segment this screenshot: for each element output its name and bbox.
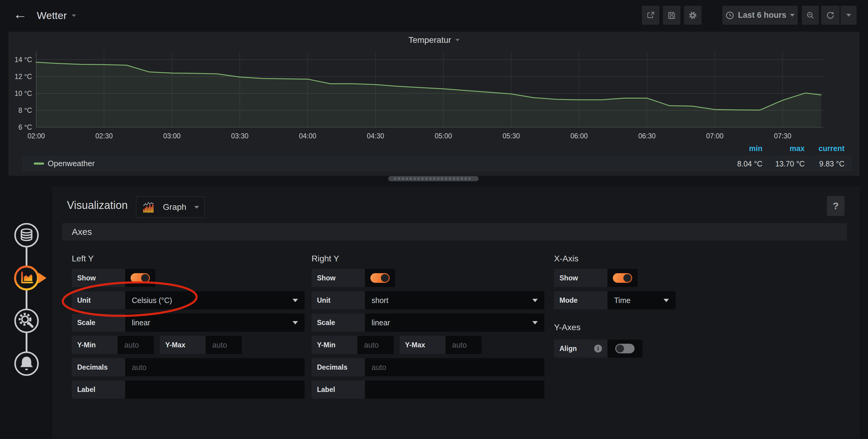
y-axis-tick: 8 °C [0,106,32,115]
placeholder-text: auto [132,363,147,372]
question-mark-icon: ? [833,200,839,212]
y-axes-align-row: Align i [554,340,642,357]
red-annotation-ellipse [60,279,200,319]
placeholder-text: auto [124,341,139,349]
tab-queries[interactable] [12,221,41,250]
x-axis-tick: 04:30 [367,132,384,140]
visualization-section-title: Visualization [67,199,128,212]
left-y-decimals-input[interactable]: auto [125,358,305,376]
visualization-type-picker[interactable]: Graph [136,196,205,218]
left-y-minmax-row: Y-Min auto Y-Max auto [72,336,242,354]
y-axis-tick: 6 °C [0,123,32,131]
x-axis-show-toggle[interactable] [608,269,638,287]
x-axis-tick: 04:00 [299,132,316,140]
chevron-down-icon [663,299,669,302]
right-y-unit-label: Unit [312,291,365,309]
right-y-unit-value: short [372,296,389,305]
right-y-label-row: Label [312,380,545,399]
left-y-ymin-label: Y-Min [72,336,118,354]
left-y-label-input[interactable] [125,380,305,399]
right-y-title: Right Y [312,254,339,263]
x-axis-tick: 03:00 [163,132,181,140]
right-y-scale-select[interactable]: linear [365,314,545,332]
tab-visualization-active[interactable] [12,263,41,292]
right-y-decimals-row: Decimals auto [312,358,545,376]
placeholder-text: auto [212,341,227,349]
spacer [394,336,400,354]
left-y-ymax-label: Y-Max [160,336,206,354]
info-icon[interactable]: i [594,345,602,352]
right-y-show-label: Show [312,269,365,287]
graph-type-icon [142,200,155,214]
x-axis-tick: 07:00 [706,132,723,140]
right-y-ymax-label: Y-Max [400,336,445,354]
legend-min-value: 8.04 °C [714,159,763,168]
placeholder-text: auto [372,363,386,372]
help-button[interactable]: ? [827,196,844,216]
left-y-label-row: Label [72,380,305,399]
chevron-down-icon [292,321,298,324]
x-axis-tick: 06:00 [570,132,588,140]
x-axis-tick: 05:30 [502,132,520,140]
right-y-decimals-label: Decimals [312,358,365,376]
x-axis-mode-select[interactable]: Time [608,291,676,309]
x-axis-tick: 03:30 [231,132,249,140]
left-y-ymax-input[interactable]: auto [206,336,242,354]
right-y-decimals-input[interactable]: auto [365,358,545,376]
pane-resize-handle[interactable] [388,176,478,181]
x-axis-mode-row: Mode Time [554,291,676,309]
right-y-unit-row: Unit short [312,291,545,309]
series-color-swatch[interactable] [34,162,44,165]
tab-connector-line [26,236,27,363]
right-y-minmax-row: Y-Min auto Y-Max auto [312,336,482,354]
placeholder-text: auto [452,341,467,349]
legend-min-header[interactable]: min [714,144,763,153]
x-axis-tick: 07:30 [774,132,792,140]
left-y-title: Left Y [72,254,94,263]
toggle-switch[interactable] [613,273,632,283]
right-y-scale-value: linear [372,318,390,327]
y-axes-align-toggle[interactable] [608,340,642,357]
right-y-show-toggle[interactable] [365,269,395,287]
chevron-down-icon [532,299,538,302]
right-y-ymax-input[interactable]: auto [445,336,482,354]
axes-section-header[interactable]: Axes [62,223,847,241]
x-axis-mode-value: Time [614,296,631,305]
left-y-decimals-label: Decimals [72,358,125,376]
right-y-scale-label: Scale [312,314,365,332]
y-axis-tick: 14 °C [0,56,32,64]
y-axes-align-label: Align [559,345,577,353]
placeholder-text: auto [364,341,379,349]
right-y-label-label: Label [312,380,365,399]
y-axis-tick: 12 °C [0,73,32,81]
x-axis-mode-label: Mode [554,291,608,309]
x-axis-show-row: Show [554,269,638,287]
spacer [154,336,160,354]
toggle-switch[interactable] [370,273,390,283]
left-y-decimals-row: Decimals auto [72,358,305,376]
chevron-down-icon [194,206,199,209]
right-y-label-input[interactable] [365,380,545,399]
x-axis-tick: 06:30 [638,132,656,140]
x-axis-title: X-Axis [554,254,579,263]
x-axis-show-label: Show [554,269,608,287]
left-y-ymin-input[interactable]: auto [118,336,154,354]
legend-current-header[interactable]: current [790,144,844,153]
left-y-label-label: Label [72,380,125,399]
tab-alert[interactable] [12,349,41,378]
right-y-ymin-input[interactable]: auto [358,336,394,354]
left-y-scale-value: linear [132,318,150,327]
y-axes-title: Y-Axes [554,323,581,332]
visualization-type-value: Graph [163,202,186,212]
tab-general[interactable] [12,306,41,335]
right-y-ymin-label: Y-Min [312,336,358,354]
legend-series-name[interactable]: Openweather [48,159,95,168]
x-axis-tick: 05:00 [435,132,452,140]
axes-section-title: Axes [72,227,92,237]
legend-current-value: 9.83 °C [790,159,844,168]
chevron-down-icon [292,299,298,302]
right-y-unit-select[interactable]: short [365,291,545,309]
toggle-switch[interactable] [615,344,634,353]
y-axes-align-label-cell: Align i [554,340,608,357]
x-axis-tick: 02:00 [27,132,45,140]
